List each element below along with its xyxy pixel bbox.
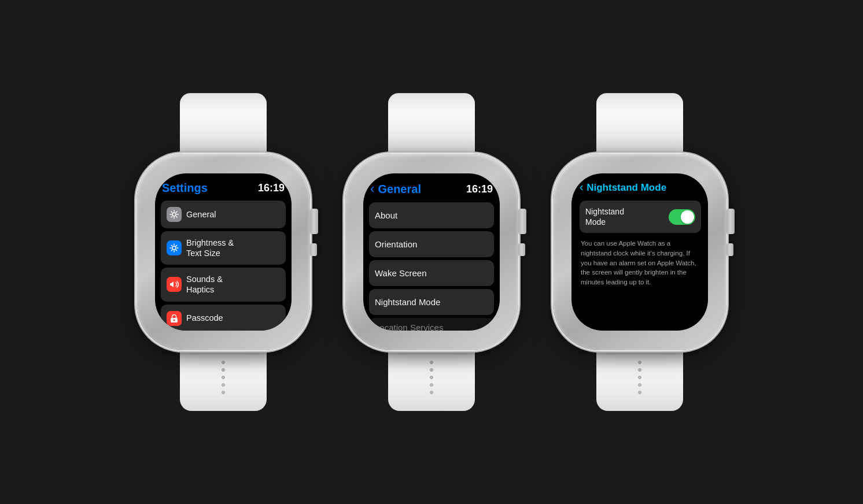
menu-item-brightness-label: Brightness &Text Size <box>186 238 234 258</box>
menu-item-location[interactable]: Location Services <box>369 318 494 331</box>
screen-content-1: Settings 16:19 <box>155 173 292 331</box>
screen-header-1: Settings 16:19 <box>161 181 286 195</box>
svg-point-3 <box>174 319 175 321</box>
screen-title-2: General <box>370 181 421 197</box>
watch-body-1: Settings 16:19 <box>137 154 310 350</box>
watch-screen-1: Settings 16:19 <box>155 173 292 331</box>
watch-crown-1[interactable] <box>310 209 318 234</box>
location-label: Location Services <box>375 323 443 331</box>
watch-screen-2: General 16:19 About Orientation Wake <box>363 173 500 331</box>
nightstand-mode-label: NightstandMode <box>585 206 624 227</box>
watch-button-2[interactable] <box>518 243 525 256</box>
menu-item-general[interactable]: General <box>161 201 286 228</box>
band-hole <box>430 391 433 394</box>
about-label: About <box>375 210 397 220</box>
band-hole <box>430 361 433 364</box>
menu-item-sounds-label: Sounds &Haptics <box>186 274 223 295</box>
watch-button-3[interactable] <box>726 243 733 256</box>
band-hole <box>430 376 433 379</box>
menu-item-about[interactable]: About <box>369 202 494 228</box>
band-hole <box>638 383 641 387</box>
watch-case-3: Nightstand Mode NightstandMode You can u… <box>553 154 726 350</box>
screen-content-2: General 16:19 About Orientation Wake <box>363 173 500 331</box>
lock-icon <box>167 311 182 326</box>
band-holes-3 <box>638 361 641 394</box>
menu-item-sounds[interactable]: Sounds &Haptics <box>161 268 286 301</box>
nightstand-toggle-row: NightstandMode <box>580 201 701 233</box>
band-bottom-3 <box>596 350 683 411</box>
band-hole <box>638 361 641 364</box>
orientation-label: Orientation <box>375 239 417 249</box>
nightstand-screen-content: Nightstand Mode NightstandMode You can u… <box>571 173 708 331</box>
band-holes-2 <box>430 361 433 394</box>
menu-item-wake-screen[interactable]: Wake Screen <box>369 260 494 286</box>
screen-time-2: 16:19 <box>466 183 493 195</box>
sun-icon <box>167 240 182 255</box>
watch-button-1[interactable] <box>310 243 317 256</box>
band-hole <box>222 376 225 379</box>
watch-crown-3[interactable] <box>726 209 735 234</box>
band-bottom-1 <box>180 350 267 411</box>
band-top-3 <box>596 93 683 154</box>
band-hole <box>638 376 641 379</box>
menu-item-general-label: General <box>186 209 216 220</box>
band-top-1 <box>180 93 267 154</box>
band-hole <box>638 368 641 372</box>
menu-item-passcode-label: Passcode <box>186 313 223 323</box>
nightstand-toggle[interactable] <box>669 209 695 225</box>
speaker-icon <box>167 277 182 292</box>
general-menu: About Orientation Wake Screen Nightstand… <box>369 202 494 331</box>
screen-title-1: Settings <box>162 181 208 195</box>
toggle-knob <box>681 210 694 224</box>
gear-icon <box>167 207 182 222</box>
watches-container: Settings 16:19 <box>137 93 726 411</box>
band-holes-1 <box>222 361 225 394</box>
nightstand-description: You can use Apple Watch as a nightstand … <box>580 239 701 287</box>
svg-point-0 <box>172 213 176 216</box>
watch-nightstand: Nightstand Mode NightstandMode You can u… <box>553 93 726 411</box>
menu-item-nightstand[interactable]: Nightstand Mode <box>369 289 494 315</box>
nightstand-header: Nightstand Mode <box>580 180 701 194</box>
band-top-2 <box>388 93 475 154</box>
menu-item-brightness[interactable]: Brightness &Text Size <box>161 231 286 265</box>
band-hole <box>222 391 225 394</box>
watch-body-2: General 16:19 About Orientation Wake <box>345 154 518 350</box>
screen-time-1: 16:19 <box>258 182 285 194</box>
watch-body-3: Nightstand Mode NightstandMode You can u… <box>553 154 726 350</box>
watch-screen-3: Nightstand Mode NightstandMode You can u… <box>571 173 708 331</box>
watch-general: General 16:19 About Orientation Wake <box>345 93 518 411</box>
watch-crown-2[interactable] <box>518 209 526 234</box>
menu-item-passcode[interactable]: Passcode <box>161 305 286 331</box>
screen-header-2: General 16:19 <box>369 181 494 197</box>
band-hole <box>430 383 433 387</box>
band-hole <box>638 391 641 394</box>
wake-screen-label: Wake Screen <box>375 268 426 278</box>
svg-point-1 <box>172 246 176 250</box>
band-hole <box>222 361 225 364</box>
watch-case-2: General 16:19 About Orientation Wake <box>345 154 518 350</box>
nightstand-label: Nightstand Mode <box>375 297 440 307</box>
band-hole <box>222 383 225 387</box>
settings-menu: General Brightness &Text <box>161 201 286 331</box>
watch-case-1: Settings 16:19 <box>137 154 310 350</box>
nightstand-screen-title: Nightstand Mode <box>580 180 666 194</box>
band-hole <box>222 368 225 372</box>
band-hole <box>430 368 433 372</box>
band-bottom-2 <box>388 350 475 411</box>
watch-settings: Settings 16:19 <box>137 93 310 411</box>
menu-item-orientation[interactable]: Orientation <box>369 231 494 257</box>
